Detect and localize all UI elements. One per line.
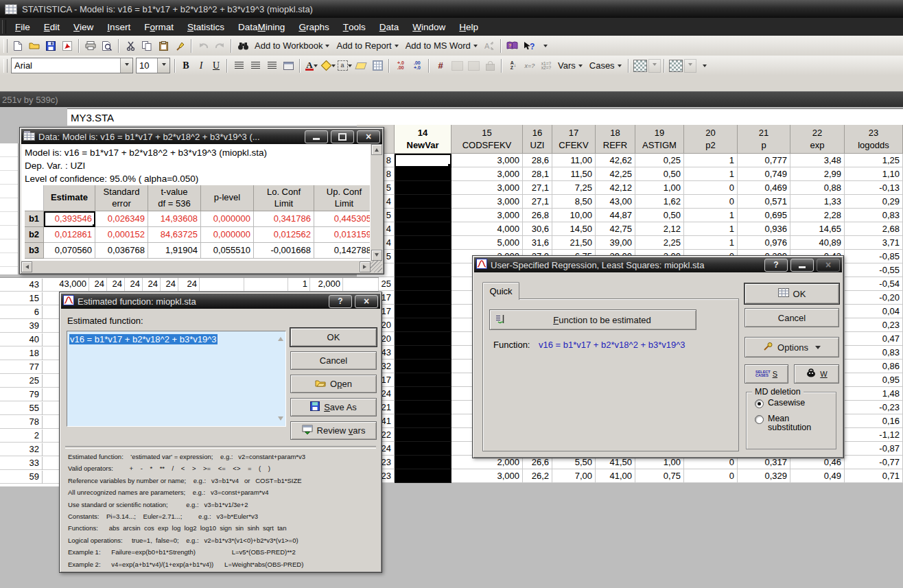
results-column-header[interactable]: Standarderror [95,185,148,211]
insert-variable-icon[interactable] [449,58,465,74]
cell[interactable]: 1 [684,236,738,250]
cell[interactable]: 42,12 [596,181,635,195]
scroll-left-icon[interactable] [21,261,32,272]
cell[interactable]: 0,86 [845,360,903,373]
cell[interactable]: 84,63725 [148,227,201,243]
cell[interactable]: 42,75 [596,222,635,236]
cell[interactable]: 0,469 [738,181,790,195]
decrease-decimals-icon[interactable]: .00 +.0 [409,58,425,74]
print-icon[interactable] [82,38,99,54]
resize-grip[interactable] [371,261,382,272]
cell[interactable]: 41,00 [596,469,635,483]
cell[interactable]: 0,95 [845,373,903,387]
align-center-icon[interactable] [247,58,263,74]
cell[interactable]: 0 [684,469,738,483]
pattern-fill-icon[interactable] [632,58,648,74]
cell[interactable]: 8,50 [552,195,596,209]
font-color-icon[interactable]: A [303,58,320,74]
cell[interactable] [395,236,452,250]
cell[interactable]: 0,445305 [314,211,375,227]
cell[interactable]: 0,75 [635,469,684,483]
cell[interactable]: 30,6 [523,222,552,236]
cell[interactable]: -0,87 [845,442,903,456]
cell[interactable]: 11,00 [552,154,596,167]
print-preview-icon[interactable] [99,38,115,54]
menu-view[interactable]: View [67,18,100,36]
cell[interactable] [395,469,452,483]
cell[interactable] [395,318,452,332]
results-column-header[interactable]: Up. ConfLimit [314,185,375,211]
cell[interactable]: 43,00 [596,195,635,209]
cell[interactable] [395,277,452,291]
help-button[interactable] [764,259,788,272]
cell[interactable]: 0,83 [845,209,903,222]
column-header-cfekv[interactable]: 17CFEKV [552,125,596,154]
cell[interactable]: -0,13 [845,181,903,195]
cell[interactable]: 26,8 [523,209,552,222]
function-to-be-estimated-button[interactable]: Function to be estimated [489,309,696,330]
cell[interactable] [395,360,452,373]
function-editor[interactable]: v16 = b1*v17 + b2*v18^2 + b3*v19^3 [67,331,286,427]
chevron-down-icon[interactable] [120,58,132,73]
regression-title-bar[interactable]: User-Specified Regression, Least Squares… [474,257,842,272]
cell[interactable]: 40 [0,333,59,346]
border-style-icon[interactable]: a [336,58,353,74]
menu-insert[interactable]: Insert [100,18,137,36]
cell[interactable] [395,154,452,167]
more-buttons-icon[interactable] [537,38,554,54]
cell[interactable]: 1 [684,154,738,167]
cell[interactable]: 0,012861 [44,227,95,243]
cell[interactable]: 0,012562 [254,227,314,243]
cell[interactable]: 28,1 [523,167,552,181]
cell[interactable]: 0,23 [845,318,903,332]
close-button[interactable] [357,130,380,143]
cancel-button[interactable]: Cancel [290,351,377,370]
minimize-button[interactable] [305,130,328,143]
cell[interactable] [395,442,452,456]
cell[interactable]: 14,65 [790,222,845,236]
results-column-header[interactable]: Estimate [44,185,95,211]
menu-format[interactable]: Format [137,18,180,36]
column-header-uzi[interactable]: 16UZI [523,125,552,154]
font-name-select[interactable]: Arial [11,58,133,73]
radio-mean-substitution[interactable]: Mean substitution [755,414,836,432]
cell[interactable]: 21,50 [552,236,596,250]
cell[interactable] [395,250,452,263]
cell[interactable] [395,263,452,277]
vertical-scrollbar[interactable] [370,144,382,261]
cell[interactable]: 4,000 [452,222,523,236]
horizontal-scrollbar[interactable] [21,261,382,272]
results-column-header[interactable]: Lo. ConfLimit [254,185,314,211]
cell[interactable]: 0,04 [845,305,903,318]
cell[interactable] [395,373,452,387]
cell[interactable]: 7,25 [552,181,596,195]
weight-button[interactable]: W [794,364,839,384]
cell[interactable] [395,414,452,428]
scroll-up-icon[interactable] [371,144,382,155]
cell[interactable]: 31,6 [523,236,552,250]
cell[interactable]: 77 [0,360,59,374]
scroll-up-icon[interactable] [278,334,283,341]
open-button[interactable]: Open [290,375,377,393]
cell[interactable] [244,278,288,292]
cell[interactable]: 0,50 [635,167,684,181]
cell[interactable]: 28,6 [523,154,552,167]
row-label[interactable]: b2 [25,227,44,243]
cell[interactable]: 0,777 [738,154,790,167]
bold-button[interactable]: B [178,58,194,73]
scroll-down-icon[interactable] [371,250,382,261]
cell[interactable]: -0,54 [845,277,903,291]
minimize-button[interactable] [790,259,814,272]
cell[interactable]: 10,00 [552,209,596,222]
cell[interactable]: 24 [161,278,178,292]
more-buttons-icon[interactable] [696,58,713,74]
cell[interactable]: 1,48 [845,387,903,401]
redo-icon[interactable] [211,38,228,54]
copy-variable-icon[interactable] [465,58,482,74]
cell[interactable]: 3,000 [452,154,523,167]
cell-properties-icon[interactable] [280,58,296,74]
scroll-down-icon[interactable] [278,416,283,423]
cut-icon[interactable] [122,38,139,54]
cell[interactable]: 0,000000 [201,211,254,227]
cell[interactable]: 43,000 [43,278,89,292]
